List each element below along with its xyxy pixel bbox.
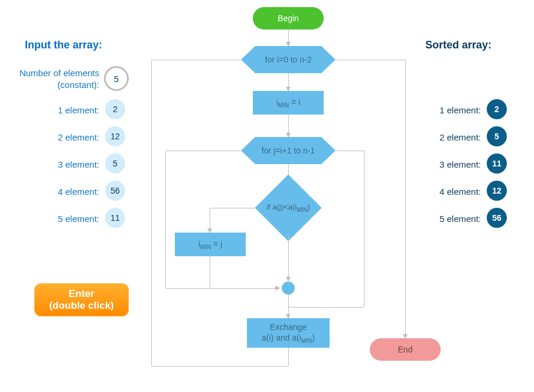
input-value-3-text: 5 — [113, 159, 118, 168]
sorted-label-5: 5 element: — [423, 214, 481, 224]
input-label-3: 3 element: — [41, 159, 99, 169]
edge-outer-back-h1 — [151, 60, 241, 60]
begin-label: Begin — [278, 14, 299, 23]
input-label-1: 1 element: — [41, 105, 99, 115]
connector-node — [282, 282, 295, 295]
update-min-label: iMIN = j — [198, 239, 223, 250]
arrow-connector-to-exchange — [288, 295, 289, 318]
edge-cond-true-h — [210, 208, 256, 208]
input-label-2: 2 element: — [41, 132, 99, 142]
inner-loop-label: for j=i+1 to n-1 — [262, 146, 315, 155]
edge-inner-back-h1 — [336, 151, 364, 151]
inner-loop-node: for j=i+1 to n-1 — [241, 137, 336, 164]
constant-value-text: 5 — [114, 74, 119, 84]
sorted-value-4-text: 12 — [492, 186, 502, 195]
diagram-stage: Input the array: Number of elements (con… — [0, 0, 534, 392]
sorted-label-4: 4 element: — [423, 187, 481, 197]
enter-button-line2: (double click) — [49, 300, 114, 312]
edge-inner-left-h — [165, 151, 241, 151]
input-label-4: 4 element: — [41, 187, 99, 197]
end-label: End — [398, 345, 413, 354]
constant-label: Number of elements (constant): — [12, 67, 99, 92]
enter-button[interactable]: Enter (double click) — [34, 283, 129, 316]
edge-cond-false — [288, 236, 289, 281]
arrow-init-to-inner — [288, 115, 289, 137]
arrow-begin-to-outer — [288, 30, 289, 46]
edge-cond-true-v — [210, 208, 210, 233]
input-array-title: Input the array: — [25, 39, 102, 51]
input-value-5-text: 11 — [110, 213, 120, 223]
outer-loop-label: for i=0 to n-2 — [265, 55, 312, 64]
edge-outer-back-h2 — [151, 366, 288, 367]
input-value-4[interactable]: 56 — [105, 181, 125, 201]
constant-value: 5 — [104, 66, 129, 91]
input-value-2-text: 12 — [110, 132, 120, 141]
sorted-value-1: 2 — [487, 99, 507, 119]
sorted-value-4: 12 — [487, 181, 507, 201]
sorted-value-3: 11 — [487, 153, 507, 174]
edge-inner-back-v — [364, 151, 364, 307]
sorted-value-1-text: 2 — [494, 104, 499, 114]
arrow-outer-to-init — [288, 73, 289, 91]
input-value-1[interactable]: 2 — [105, 99, 125, 119]
edge-outer-end-h — [336, 60, 405, 60]
sorted-label-3: 3 element: — [423, 159, 481, 169]
exchange-line1: Exchange — [270, 322, 307, 332]
sorted-array-title: Sorted array: — [425, 39, 491, 51]
edge-outer-back-v — [151, 60, 152, 366]
sorted-value-5-text: 56 — [492, 213, 502, 223]
edge-inner-left-h2 — [165, 288, 279, 289]
sorted-value-5: 56 — [487, 208, 507, 228]
sorted-label-1: 1 element: — [423, 105, 481, 115]
sorted-value-2-text: 5 — [494, 132, 499, 141]
sorted-label-2: 2 element: — [423, 132, 481, 142]
input-value-5[interactable]: 11 — [105, 208, 125, 228]
enter-button-line1: Enter — [69, 288, 94, 300]
input-value-1-text: 2 — [113, 104, 118, 114]
init-min-label: iMIN = i — [276, 97, 301, 109]
input-value-2[interactable]: 12 — [105, 126, 125, 146]
exchange-line2: a(i) and a(iMIN) — [262, 332, 315, 345]
input-label-5: 5 element: — [41, 214, 99, 224]
edge-update-down — [210, 256, 210, 288]
condition-label: if a(j)<a(iMIN) — [266, 202, 310, 213]
condition-node: if a(j)<a(iMIN) — [255, 174, 321, 241]
sorted-value-2: 5 — [487, 126, 507, 146]
begin-node: Begin — [253, 7, 324, 30]
outer-loop-node: for i=0 to n-2 — [241, 46, 336, 73]
edge-exchange-down — [288, 348, 289, 366]
input-value-4-text: 56 — [110, 186, 120, 195]
edge-inner-left-v — [165, 151, 166, 288]
edge-inner-back-h2 — [288, 307, 364, 308]
update-min-node: iMIN = j — [175, 233, 246, 256]
init-min-node: iMIN = i — [253, 91, 324, 115]
sorted-value-3-text: 11 — [492, 159, 502, 168]
input-value-3[interactable]: 5 — [105, 153, 125, 174]
exchange-node: Exchange a(i) and a(iMIN) — [247, 318, 330, 348]
end-node: End — [370, 338, 441, 361]
edge-outer-end-v — [405, 60, 406, 338]
